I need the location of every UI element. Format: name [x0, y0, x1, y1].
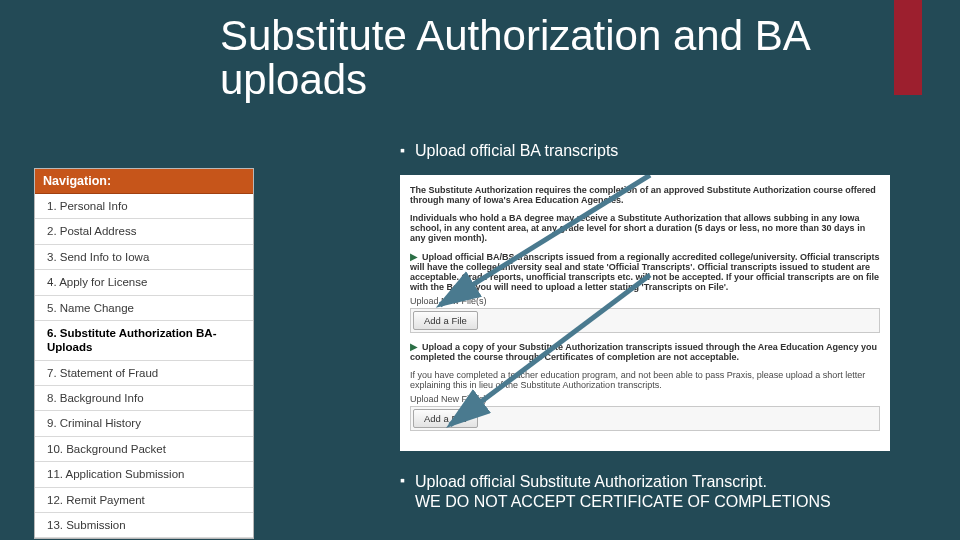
nav-item-submission[interactable]: 13. Submission	[35, 513, 253, 538]
nav-item-postal-address[interactable]: 2. Postal Address	[35, 219, 253, 244]
bullet-bottom: ▪Upload official Substitute Authorizatio…	[400, 472, 920, 512]
panel-intro-2: Individuals who hold a BA degree may rec…	[410, 213, 880, 243]
nav-item-application-submission[interactable]: 11. Application Submission	[35, 462, 253, 487]
bullet-marker-icon: ▪	[400, 472, 405, 490]
nav-item-statement-fraud[interactable]: 7. Statement of Fraud	[35, 361, 253, 386]
bullet-bottom-line1: Upload official Substitute Authorization…	[415, 473, 767, 490]
bullet-top-text: Upload official BA transcripts	[415, 142, 618, 160]
panel-section-1: ▶Upload official BA/BS transcripts issue…	[410, 251, 880, 333]
bullet-bottom-line2: WE DO NOT ACCEPT CERTIFICATE OF COMPLETI…	[415, 493, 831, 510]
navigation-header: Navigation:	[35, 169, 253, 194]
triangle-icon: ▶	[410, 251, 418, 262]
add-file-button-2[interactable]: Add a File	[413, 409, 478, 428]
nav-item-apply-license[interactable]: 4. Apply for License	[35, 270, 253, 295]
nav-item-criminal-history[interactable]: 9. Criminal History	[35, 411, 253, 436]
panel-section-2: ▶Upload a copy of your Substitute Author…	[410, 341, 880, 362]
upload-label-1: Upload New File(s)	[410, 296, 880, 306]
file-row-2: Add a File	[410, 406, 880, 431]
nav-item-background-info[interactable]: 8. Background Info	[35, 386, 253, 411]
panel-section-1-text: Upload official BA/BS transcripts issued…	[410, 252, 879, 292]
panel-section-3: If you have completed a teacher educatio…	[410, 370, 880, 431]
nav-item-personal-info[interactable]: 1. Personal Info	[35, 194, 253, 219]
upload-instructions-panel: The Substitute Authorization requires th…	[400, 175, 890, 451]
slide-background: Substitute Authorization and BA uploads …	[0, 0, 960, 540]
triangle-icon: ▶	[410, 341, 418, 352]
slide-title: Substitute Authorization and BA uploads	[220, 14, 960, 102]
file-row-1: Add a File	[410, 308, 880, 333]
bullet-bottom-text: Upload official Substitute Authorization…	[415, 472, 831, 512]
bullet-marker-icon: ▪	[400, 142, 405, 158]
panel-section-2-text: Upload a copy of your Substitute Authori…	[410, 342, 877, 362]
navigation-list: 1. Personal Info 2. Postal Address 3. Se…	[35, 194, 253, 538]
add-file-button-1[interactable]: Add a File	[413, 311, 478, 330]
navigation-panel: Navigation: 1. Personal Info 2. Postal A…	[34, 168, 254, 539]
nav-item-name-change[interactable]: 5. Name Change	[35, 296, 253, 321]
nav-item-send-info[interactable]: 3. Send Info to Iowa	[35, 245, 253, 270]
nav-item-substitute-auth-ba-uploads[interactable]: 6. Substitute Authorization BA- Uploads	[35, 321, 253, 361]
nav-item-remit-payment[interactable]: 12. Remit Payment	[35, 488, 253, 513]
bullet-top: ▪Upload official BA transcripts	[400, 142, 618, 160]
nav-item-background-packet[interactable]: 10. Background Packet	[35, 437, 253, 462]
panel-intro-1: The Substitute Authorization requires th…	[410, 185, 880, 205]
panel-section-3-text: If you have completed a teacher educatio…	[410, 370, 865, 390]
upload-label-2: Upload New File(s)	[410, 394, 880, 404]
